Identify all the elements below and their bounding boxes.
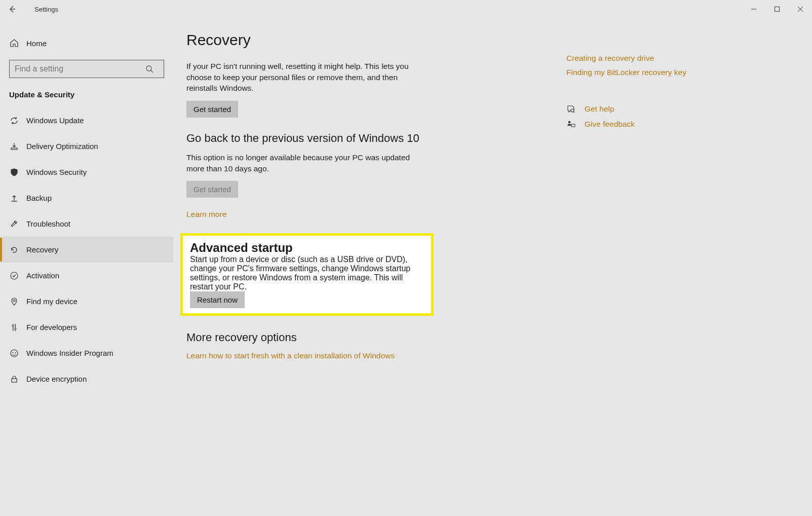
sync-icon xyxy=(9,116,19,125)
svg-point-9 xyxy=(11,272,18,279)
advanced-startup-heading: Advanced startup xyxy=(190,241,424,255)
sidebar-item-label: Windows Insider Program xyxy=(26,349,113,357)
reset-pc-description: If your PC isn't running well, resetting… xyxy=(186,61,424,94)
back-button[interactable] xyxy=(0,0,24,18)
download-icon xyxy=(9,142,19,151)
close-button[interactable] xyxy=(789,0,812,18)
svg-rect-7 xyxy=(11,148,17,150)
sidebar-item-activation[interactable]: Activation xyxy=(0,263,173,288)
sidebar-item-label: For developers xyxy=(26,323,77,331)
check-circle-icon xyxy=(9,271,19,280)
fresh-install-link[interactable]: Learn how to start fresh with a clean in… xyxy=(186,351,395,360)
go-back-description: This option is no longer available becau… xyxy=(186,152,424,174)
svg-point-15 xyxy=(11,350,18,357)
go-back-heading: Go back to the previous version of Windo… xyxy=(186,132,531,145)
recovery-icon xyxy=(9,245,19,254)
aside-panel: Creating a recovery drive Finding my Bit… xyxy=(566,31,718,516)
shield-icon xyxy=(9,168,19,177)
restart-now-button[interactable]: Restart now xyxy=(190,291,245,308)
sidebar-item-windows-insider[interactable]: Windows Insider Program xyxy=(0,340,173,366)
titlebar: Settings xyxy=(0,0,812,18)
sidebar-item-label: Device encryption xyxy=(26,375,87,383)
developer-icon xyxy=(9,323,19,332)
section-header-label: Update & Security xyxy=(9,90,74,99)
sidebar-item-troubleshoot[interactable]: Troubleshoot xyxy=(0,211,173,237)
go-back-get-started-button: Get started xyxy=(186,181,238,198)
sidebar-item-windows-security[interactable]: Windows Security xyxy=(0,159,173,185)
advanced-startup-description: Start up from a device or disc (such as … xyxy=(190,255,424,291)
more-recovery-heading: More recovery options xyxy=(186,331,531,344)
sidebar-item-label: Delivery Optimization xyxy=(26,142,98,151)
arrow-left-icon xyxy=(8,5,16,13)
sidebar-item-label: Recovery xyxy=(26,245,58,254)
aside-link-bitlocker[interactable]: Finding my BitLocker recovery key xyxy=(566,68,718,77)
svg-point-14 xyxy=(15,328,16,329)
minimize-button[interactable] xyxy=(742,0,765,18)
main-content: Recovery If your PC isn't running well, … xyxy=(173,18,812,516)
search-input[interactable] xyxy=(10,64,145,73)
search-box[interactable] xyxy=(9,60,164,78)
sidebar-section-header: Update & Security xyxy=(0,84,173,104)
sidebar-home[interactable]: Home xyxy=(0,31,173,55)
maximize-button[interactable] xyxy=(765,0,789,18)
maximize-icon xyxy=(774,6,780,12)
go-back-learn-more-link[interactable]: Learn more xyxy=(186,210,226,219)
page-title: Recovery xyxy=(186,31,531,49)
go-back-section: Go back to the previous version of Windo… xyxy=(186,132,531,219)
search-icon xyxy=(145,65,164,73)
svg-point-5 xyxy=(146,66,151,71)
aside-link-recovery-drive[interactable]: Creating a recovery drive xyxy=(566,54,718,63)
sidebar-item-delivery-optimization[interactable]: Delivery Optimization xyxy=(0,133,173,159)
sidebar-item-for-developers[interactable]: For developers xyxy=(0,314,173,340)
wrench-icon xyxy=(9,219,19,229)
sidebar-item-label: Backup xyxy=(26,194,52,202)
svg-point-21 xyxy=(568,121,571,124)
svg-rect-2 xyxy=(775,7,780,12)
upload-icon xyxy=(9,194,19,203)
sidebar-item-recovery[interactable]: Recovery xyxy=(0,237,173,263)
svg-line-6 xyxy=(151,70,153,72)
sidebar-item-backup[interactable]: Backup xyxy=(0,185,173,211)
svg-point-17 xyxy=(15,352,16,353)
home-icon xyxy=(9,39,19,48)
svg-point-16 xyxy=(13,352,14,353)
sidebar-item-label: Troubleshoot xyxy=(26,219,70,228)
help-icon xyxy=(566,104,578,114)
svg-point-13 xyxy=(12,325,14,326)
window-title: Settings xyxy=(24,6,58,13)
sidebar-item-windows-update[interactable]: Windows Update xyxy=(0,107,173,133)
reset-get-started-button[interactable]: Get started xyxy=(186,101,238,118)
location-icon xyxy=(9,297,19,306)
sidebar-item-label: Activation xyxy=(26,271,59,280)
get-help-link[interactable]: Get help xyxy=(585,104,614,114)
sidebar-item-label: Windows Update xyxy=(26,116,84,125)
reset-pc-section: If your PC isn't running well, resetting… xyxy=(186,61,531,118)
svg-line-20 xyxy=(573,112,574,113)
minimize-icon xyxy=(751,6,757,12)
svg-rect-22 xyxy=(571,124,575,127)
insider-icon xyxy=(9,349,19,358)
sidebar-home-label: Home xyxy=(26,39,47,48)
sidebar-item-find-my-device[interactable]: Find my device xyxy=(0,288,173,314)
give-feedback-link[interactable]: Give feedback xyxy=(585,120,635,129)
advanced-startup-section: Advanced startup Start up from a device … xyxy=(180,233,434,316)
close-icon xyxy=(797,6,803,12)
sidebar-item-label: Windows Security xyxy=(26,168,87,176)
sidebar: Home Update & Security Windows Update De… xyxy=(0,18,173,516)
svg-rect-18 xyxy=(12,379,17,382)
more-recovery-section: More recovery options Learn how to start… xyxy=(186,331,531,360)
sidebar-item-label: Find my device xyxy=(26,297,78,306)
lock-icon xyxy=(9,375,19,384)
svg-point-10 xyxy=(13,300,15,302)
sidebar-item-device-encryption[interactable]: Device encryption xyxy=(0,366,173,392)
feedback-icon xyxy=(566,120,578,129)
